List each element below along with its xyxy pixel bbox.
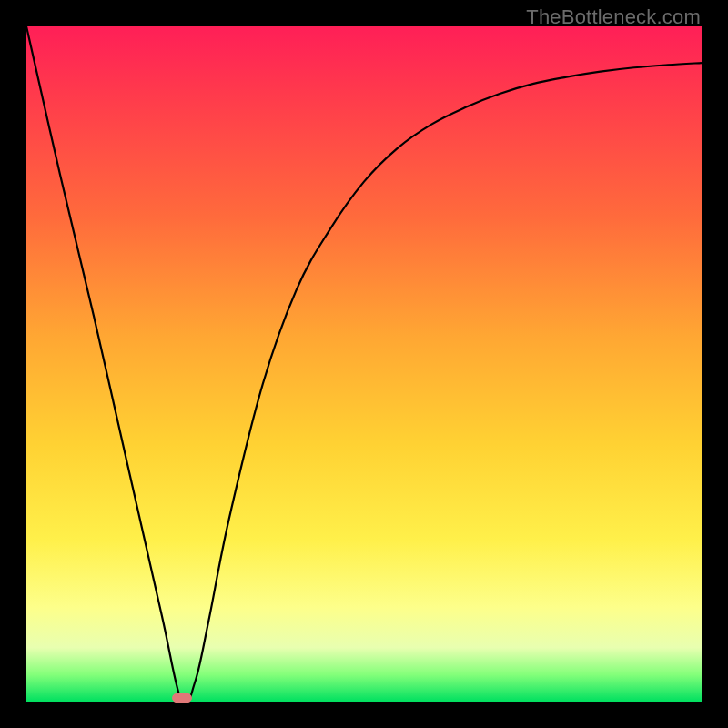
optimal-point-marker: [172, 693, 192, 703]
bottleneck-curve: [26, 26, 702, 702]
plot-area: [26, 26, 702, 702]
curve-line: [26, 26, 702, 705]
chart-container: TheBottleneck.com: [0, 0, 728, 728]
